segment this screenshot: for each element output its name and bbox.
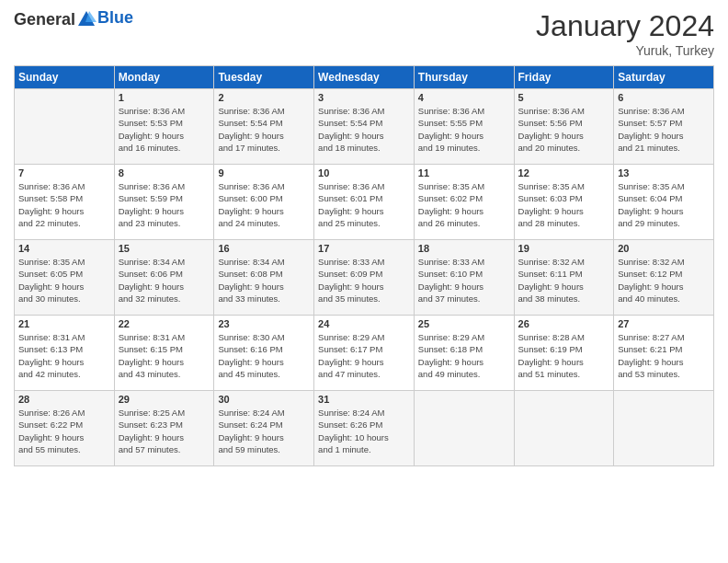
table-cell [15, 89, 115, 165]
day-number: 17 [318, 243, 410, 254]
day-number: 25 [418, 318, 510, 329]
table-cell: 3Sunrise: 8:36 AMSunset: 5:54 PMDaylight… [314, 89, 415, 165]
month-title: January 2024 [536, 9, 714, 43]
col-monday: Monday [114, 66, 214, 89]
day-number: 21 [18, 318, 110, 329]
table-cell: 11Sunrise: 8:35 AMSunset: 6:02 PMDayligh… [414, 165, 514, 240]
day-info: Sunrise: 8:34 AMSunset: 6:08 PMDaylight:… [218, 256, 310, 304]
day-number: 10 [318, 167, 410, 178]
table-cell: 30Sunrise: 8:24 AMSunset: 6:24 PMDayligh… [214, 391, 314, 466]
day-number: 6 [618, 92, 710, 103]
day-number: 14 [18, 243, 110, 254]
col-tuesday: Tuesday [214, 66, 314, 89]
table-cell [614, 391, 714, 466]
day-number: 2 [218, 92, 310, 103]
col-saturday: Saturday [614, 66, 714, 89]
day-info: Sunrise: 8:33 AMSunset: 6:09 PMDaylight:… [318, 256, 410, 304]
day-info: Sunrise: 8:27 AMSunset: 6:21 PMDaylight:… [618, 331, 710, 380]
logo: General Blue [14, 9, 133, 29]
day-info: Sunrise: 8:32 AMSunset: 6:12 PMDaylight:… [618, 256, 710, 304]
logo-general: General [14, 10, 75, 29]
day-number: 5 [518, 92, 610, 103]
logo-text: General Blue [14, 9, 133, 29]
table-cell: 28Sunrise: 8:26 AMSunset: 6:22 PMDayligh… [15, 391, 115, 466]
day-number: 31 [318, 394, 410, 405]
day-number: 28 [18, 394, 110, 405]
day-info: Sunrise: 8:29 AMSunset: 6:17 PMDaylight:… [318, 331, 410, 380]
calendar-week-row: 1Sunrise: 8:36 AMSunset: 5:53 PMDaylight… [15, 89, 714, 165]
table-cell: 9Sunrise: 8:36 AMSunset: 6:00 PMDaylight… [214, 165, 314, 240]
day-number: 3 [318, 92, 410, 103]
table-cell: 7Sunrise: 8:36 AMSunset: 5:58 PMDaylight… [15, 165, 115, 240]
table-cell: 21Sunrise: 8:31 AMSunset: 6:13 PMDayligh… [15, 316, 115, 391]
table-cell [414, 391, 514, 466]
title-block: January 2024 Yuruk, Turkey [536, 9, 714, 58]
day-info: Sunrise: 8:26 AMSunset: 6:22 PMDaylight:… [18, 407, 110, 455]
calendar-table: Sunday Monday Tuesday Wednesday Thursday… [14, 65, 714, 466]
day-info: Sunrise: 8:31 AMSunset: 6:15 PMDaylight:… [119, 331, 210, 380]
day-info: Sunrise: 8:35 AMSunset: 6:04 PMDaylight:… [618, 180, 710, 229]
logo-blue: Blue [97, 8, 133, 28]
col-sunday: Sunday [15, 66, 115, 89]
day-info: Sunrise: 8:34 AMSunset: 6:06 PMDaylight:… [119, 256, 210, 304]
page-container: General Blue January 2024 Yuruk, Turkey … [0, 0, 728, 476]
table-cell: 2Sunrise: 8:36 AMSunset: 5:54 PMDaylight… [214, 89, 314, 165]
calendar-week-row: 14Sunrise: 8:35 AMSunset: 6:05 PMDayligh… [15, 240, 714, 316]
day-info: Sunrise: 8:36 AMSunset: 5:57 PMDaylight:… [618, 105, 710, 154]
day-number: 11 [418, 167, 510, 178]
table-cell: 17Sunrise: 8:33 AMSunset: 6:09 PMDayligh… [314, 240, 415, 316]
table-cell: 22Sunrise: 8:31 AMSunset: 6:15 PMDayligh… [114, 316, 214, 391]
day-info: Sunrise: 8:36 AMSunset: 5:59 PMDaylight:… [119, 180, 210, 229]
table-cell: 1Sunrise: 8:36 AMSunset: 5:53 PMDaylight… [114, 89, 214, 165]
day-info: Sunrise: 8:25 AMSunset: 6:23 PMDaylight:… [119, 407, 210, 455]
day-info: Sunrise: 8:31 AMSunset: 6:13 PMDaylight:… [18, 331, 110, 380]
day-info: Sunrise: 8:36 AMSunset: 5:54 PMDaylight:… [318, 105, 410, 154]
col-thursday: Thursday [414, 66, 514, 89]
day-number: 8 [119, 167, 210, 178]
day-info: Sunrise: 8:28 AMSunset: 6:19 PMDaylight:… [518, 331, 610, 380]
table-cell: 6Sunrise: 8:36 AMSunset: 5:57 PMDaylight… [614, 89, 714, 165]
day-info: Sunrise: 8:36 AMSunset: 6:00 PMDaylight:… [218, 180, 310, 229]
calendar-header-row: Sunday Monday Tuesday Wednesday Thursday… [15, 66, 714, 89]
table-cell: 20Sunrise: 8:32 AMSunset: 6:12 PMDayligh… [614, 240, 714, 316]
day-number: 30 [218, 394, 310, 405]
day-number: 4 [418, 92, 510, 103]
day-number: 23 [218, 318, 310, 329]
day-number: 19 [518, 243, 610, 254]
day-info: Sunrise: 8:35 AMSunset: 6:05 PMDaylight:… [18, 256, 110, 304]
table-cell: 26Sunrise: 8:28 AMSunset: 6:19 PMDayligh… [514, 316, 614, 391]
day-info: Sunrise: 8:30 AMSunset: 6:16 PMDaylight:… [218, 331, 310, 380]
logo-icon [76, 9, 97, 29]
day-info: Sunrise: 8:32 AMSunset: 6:11 PMDaylight:… [518, 256, 610, 304]
day-info: Sunrise: 8:24 AMSunset: 6:26 PMDaylight:… [318, 407, 410, 455]
table-cell: 12Sunrise: 8:35 AMSunset: 6:03 PMDayligh… [514, 165, 614, 240]
day-number: 22 [119, 318, 210, 329]
table-cell [514, 391, 614, 466]
day-number: 1 [119, 92, 210, 103]
table-cell: 18Sunrise: 8:33 AMSunset: 6:10 PMDayligh… [414, 240, 514, 316]
day-info: Sunrise: 8:36 AMSunset: 5:58 PMDaylight:… [18, 180, 110, 229]
table-cell: 14Sunrise: 8:35 AMSunset: 6:05 PMDayligh… [15, 240, 115, 316]
calendar-week-row: 7Sunrise: 8:36 AMSunset: 5:58 PMDaylight… [15, 165, 714, 240]
day-number: 13 [618, 167, 710, 178]
col-friday: Friday [514, 66, 614, 89]
day-number: 27 [618, 318, 710, 329]
day-number: 18 [418, 243, 510, 254]
page-header: General Blue January 2024 Yuruk, Turkey [14, 9, 714, 58]
day-number: 7 [18, 167, 110, 178]
day-info: Sunrise: 8:36 AMSunset: 5:56 PMDaylight:… [518, 105, 610, 154]
day-number: 9 [218, 167, 310, 178]
table-cell: 24Sunrise: 8:29 AMSunset: 6:17 PMDayligh… [314, 316, 415, 391]
table-cell: 25Sunrise: 8:29 AMSunset: 6:18 PMDayligh… [414, 316, 514, 391]
table-cell: 19Sunrise: 8:32 AMSunset: 6:11 PMDayligh… [514, 240, 614, 316]
day-info: Sunrise: 8:36 AMSunset: 5:55 PMDaylight:… [418, 105, 510, 154]
day-info: Sunrise: 8:29 AMSunset: 6:18 PMDaylight:… [418, 331, 510, 380]
table-cell: 10Sunrise: 8:36 AMSunset: 6:01 PMDayligh… [314, 165, 415, 240]
calendar-week-row: 28Sunrise: 8:26 AMSunset: 6:22 PMDayligh… [15, 391, 714, 466]
table-cell: 23Sunrise: 8:30 AMSunset: 6:16 PMDayligh… [214, 316, 314, 391]
table-cell: 13Sunrise: 8:35 AMSunset: 6:04 PMDayligh… [614, 165, 714, 240]
table-cell: 4Sunrise: 8:36 AMSunset: 5:55 PMDaylight… [414, 89, 514, 165]
day-number: 12 [518, 167, 610, 178]
table-cell: 16Sunrise: 8:34 AMSunset: 6:08 PMDayligh… [214, 240, 314, 316]
day-number: 26 [518, 318, 610, 329]
